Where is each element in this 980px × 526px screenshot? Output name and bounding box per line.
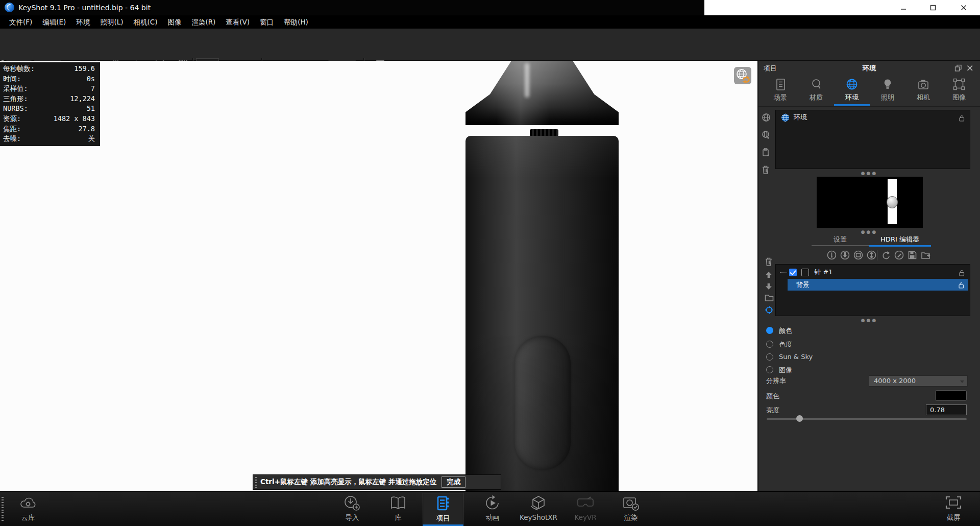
menu-image[interactable]: 图像 [162, 15, 186, 29]
resolution-dropdown[interactable]: 4000 x 2000 [869, 375, 968, 387]
tab-lighting[interactable]: 照明 [870, 76, 905, 106]
add-environment-icon[interactable] [762, 113, 772, 123]
close-panel-button[interactable] [967, 64, 976, 72]
mode-chroma-radio[interactable] [766, 341, 773, 348]
model-highlight [525, 63, 529, 98]
export-hdri-icon[interactable] [921, 250, 931, 260]
menu-render[interactable]: 渲染(R) [186, 15, 220, 29]
cloud-library-icon [8, 495, 48, 513]
delete-pin-icon[interactable] [765, 257, 775, 267]
mode-chroma-label: 色度 [779, 340, 792, 349]
tab-scene[interactable]: 场景 [763, 76, 798, 106]
tab-camera[interactable]: 相机 [905, 76, 941, 106]
dock-keyshotxr[interactable]: KeyShotXR [516, 493, 561, 525]
save-hdri-icon[interactable] [908, 250, 918, 260]
add-pin-icon[interactable] [827, 250, 837, 260]
done-button[interactable]: 完成 [442, 476, 465, 488]
menu-help[interactable]: 帮助(H) [279, 15, 313, 29]
material-icon [798, 78, 834, 93]
stat-value: 0s [87, 74, 100, 84]
render-icon [610, 495, 651, 513]
resolution-value: 4000 x 2000 [874, 377, 916, 385]
hdri-pin-handle[interactable] [887, 196, 898, 208]
stat-label: 焦距: [0, 124, 21, 134]
pin-list-item[interactable]: 针 #1 [777, 266, 969, 278]
pin-name: 针 #1 [814, 268, 832, 277]
titlebar: KeyShot 9.1 Pro - untitled.bip - 64 bit [0, 0, 980, 15]
pin-visibility-checkbox[interactable] [789, 269, 797, 276]
mode-color-radio[interactable] [766, 327, 773, 334]
dock-project[interactable]: 项目 [423, 493, 463, 525]
dock-grip[interactable] [2, 497, 4, 521]
lock-icon[interactable] [959, 269, 965, 276]
splitter-handle[interactable]: ●●● [758, 230, 980, 234]
subtab-settings[interactable]: 设置 [812, 234, 869, 245]
dock-screenshot[interactable]: 截屏 [933, 493, 974, 525]
stat-label: 采样值: [0, 84, 28, 94]
menu-edit[interactable]: 编辑(E) [37, 15, 71, 29]
splitter-handle[interactable]: ●●● [758, 171, 980, 175]
pin-list-item-selected[interactable]: 背景 [788, 279, 968, 291]
dock-import[interactable]: 导入 [332, 493, 373, 525]
dock-animation[interactable]: 动画 [472, 493, 513, 525]
subtab-hdri-editor[interactable]: HDRI 编辑器 [869, 234, 931, 245]
splitter-handle[interactable]: ●●● [758, 318, 980, 322]
caret-icon [960, 380, 964, 383]
maximize-button[interactable] [923, 0, 943, 15]
hdri-canvas[interactable] [817, 177, 923, 228]
stat-value: 7 [91, 84, 100, 94]
menu-window[interactable]: 窗口 [255, 15, 279, 29]
tab-environment[interactable]: 环境 [834, 76, 870, 106]
duplicate-environment-icon[interactable] [762, 148, 772, 158]
environment-globe-icon [834, 78, 870, 93]
dock-cloud-library[interactable]: 云库 [8, 493, 48, 525]
add-image-pin-icon[interactable] [853, 250, 864, 260]
environment-list: 环境 [775, 110, 970, 169]
menu-lighting[interactable]: 照明(L) [95, 15, 128, 29]
dock-render[interactable]: 渲染 [610, 493, 651, 525]
refresh-hdri-icon[interactable] [881, 250, 891, 260]
mode-sunsky-radio[interactable] [766, 353, 773, 361]
brightness-slider-handle[interactable] [796, 415, 803, 422]
menu-camera[interactable]: 相机(C) [128, 15, 162, 29]
lock-icon[interactable] [959, 114, 965, 122]
minimize-button[interactable] [893, 0, 914, 15]
realtime-viewport[interactable]: 每秒帧数:159.6 时间:0s 采样值:7 三角形:12,224 NURBS:… [0, 61, 757, 491]
menu-view[interactable]: 查看(V) [220, 15, 255, 29]
menu-file[interactable]: 文件(F) [4, 15, 37, 29]
dock-library[interactable]: 库 [378, 493, 419, 525]
subtab-underline [812, 245, 869, 246]
brightness-input[interactable]: 0.78 [926, 404, 967, 415]
tab-image[interactable]: 图像 [941, 76, 977, 106]
mode-sunsky-label: Sun & Sky [779, 353, 813, 361]
mode-image-radio[interactable] [766, 366, 773, 373]
import-environment-icon[interactable] [762, 130, 772, 140]
pin-folder-icon[interactable] [765, 294, 775, 304]
pin-name: 背景 [796, 280, 810, 290]
add-pin-filled-icon[interactable] [840, 250, 850, 260]
close-icon [967, 65, 973, 71]
lock-icon[interactable] [959, 281, 964, 289]
move-pin-up-icon[interactable] [765, 270, 775, 280]
model-connector[interactable] [530, 129, 558, 136]
pin-solo-checkbox[interactable] [801, 269, 809, 276]
move-pin-down-icon[interactable] [765, 282, 775, 292]
dock-keyvr[interactable]: KeyVR [562, 493, 608, 525]
environment-list-item[interactable]: 环境 [777, 111, 969, 124]
active-subtab-underline [869, 245, 931, 247]
edit-hdri-icon[interactable] [894, 250, 904, 260]
tooltip-grip[interactable] [255, 477, 257, 488]
close-button[interactable] [953, 0, 974, 15]
add-half-pin-icon[interactable] [867, 250, 877, 260]
undock-panel-button[interactable] [954, 64, 964, 72]
stat-label: 资源: [0, 114, 21, 124]
tab-material[interactable]: 材质 [798, 76, 834, 106]
environment-sync-button[interactable] [734, 67, 751, 84]
model-cap[interactable] [465, 61, 619, 125]
background-color-swatch[interactable] [935, 390, 967, 401]
project-icon [423, 495, 463, 514]
model-side-button[interactable] [514, 336, 571, 470]
stat-value: 关 [88, 134, 101, 144]
menu-environment[interactable]: 环境 [71, 15, 95, 29]
locate-pin-icon[interactable] [765, 305, 775, 316]
